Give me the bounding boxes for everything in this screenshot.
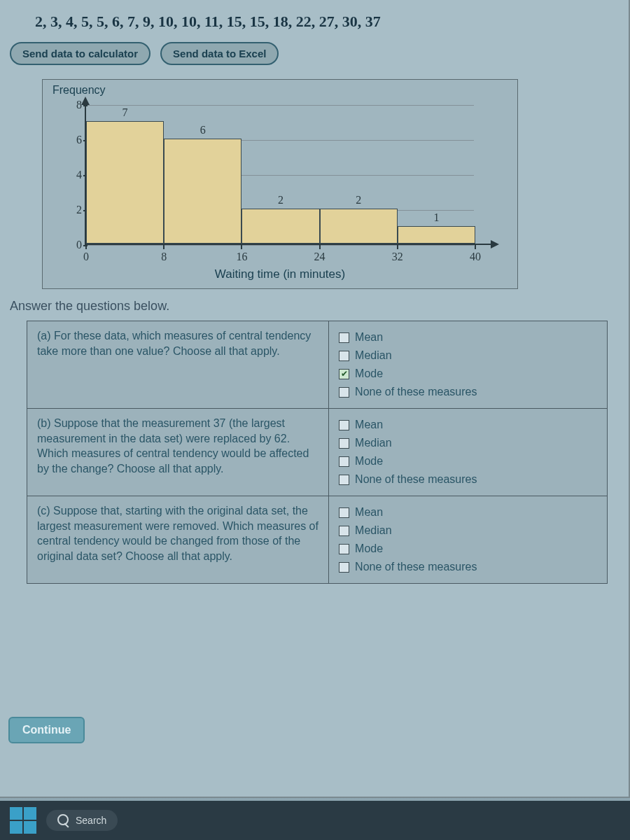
histogram-bar: 7 — [86, 121, 164, 244]
option-label: None of these measures — [355, 473, 477, 486]
option-label: Mean — [355, 331, 383, 344]
x-axis-title: Waiting time (in minutes) — [43, 267, 517, 281]
question-options: MeanMedianModeNone of these measures — [329, 321, 608, 409]
option-mean[interactable]: Mean — [339, 416, 597, 434]
option-mean[interactable]: Mean — [339, 328, 597, 346]
x-tick-label: 40 — [470, 251, 481, 263]
x-axis-arrow-icon — [491, 240, 499, 248]
option-mean[interactable]: Mean — [339, 503, 597, 522]
table-row: (c) Suppose that, starting with the orig… — [27, 496, 608, 584]
checkbox-icon[interactable] — [339, 475, 349, 485]
x-tick-label: 8 — [161, 251, 167, 263]
send-to-excel-button[interactable]: Send data to Excel — [160, 42, 279, 65]
search-placeholder: Search — [76, 815, 106, 826]
histogram-bar: 2 — [241, 209, 319, 244]
gridline — [86, 105, 474, 106]
question-table: (a) For these data, which measures of ce… — [27, 321, 608, 584]
bar-label: 7 — [87, 106, 163, 119]
option-label: None of these measures — [355, 386, 477, 398]
button-row: Send data to calculator Send data to Exc… — [0, 38, 629, 75]
option-label: Mean — [355, 506, 383, 519]
option-mode[interactable]: Mode — [339, 452, 597, 470]
option-mode[interactable]: Mode — [339, 365, 597, 383]
option-mode[interactable]: Mode — [339, 540, 597, 558]
bar-label: 2 — [321, 194, 397, 206]
histogram-bar: 2 — [320, 209, 398, 244]
histogram-bar: 6 — [164, 139, 241, 244]
option-median[interactable]: Median — [339, 346, 597, 365]
option-none[interactable]: None of these measures — [339, 470, 597, 489]
checkbox-icon[interactable] — [339, 387, 349, 398]
bar-label: 2 — [242, 194, 318, 206]
checkbox-icon[interactable] — [339, 438, 349, 449]
option-label: None of these measures — [355, 561, 477, 573]
option-none[interactable]: None of these measures — [339, 383, 597, 401]
y-axis-arrow-icon — [81, 97, 90, 105]
data-list: 2, 3, 4, 5, 5, 6, 7, 9, 10, 10, 11, 15, … — [0, 0, 629, 38]
x-tick-label: 32 — [392, 251, 403, 263]
gridline — [86, 245, 474, 246]
option-median[interactable]: Median — [339, 522, 597, 540]
start-icon[interactable] — [10, 807, 36, 834]
y-tick-label: 2 — [66, 204, 82, 216]
y-tick-label: 4 — [66, 169, 82, 181]
checkbox-icon[interactable] — [339, 351, 349, 361]
option-label: Mode — [355, 455, 383, 468]
checkbox-icon[interactable] — [339, 562, 349, 573]
taskbar-search[interactable]: Search — [46, 810, 118, 831]
x-tick-label: 0 — [83, 251, 89, 263]
option-label: Median — [355, 524, 391, 537]
checkbox-icon[interactable] — [339, 526, 349, 536]
plot-area: 02468081624324076221 — [85, 105, 491, 245]
question-prompt: (b) Suppose that the measurement 37 (the… — [27, 409, 329, 496]
checkbox-icon[interactable] — [339, 369, 349, 379]
bar-label: 1 — [398, 211, 475, 224]
option-label: Mode — [355, 368, 383, 380]
option-label: Mode — [355, 542, 383, 555]
histogram-bar: 1 — [398, 226, 475, 244]
checkbox-icon[interactable] — [339, 456, 349, 467]
option-none[interactable]: None of these measures — [339, 558, 597, 576]
checkbox-icon[interactable] — [339, 420, 349, 430]
x-tick-label: 16 — [236, 251, 247, 263]
histogram-chart: Frequency 02468081624324076221 Waiting t… — [42, 79, 518, 289]
option-label: Median — [355, 437, 391, 449]
content-area: 2, 3, 4, 5, 5, 6, 7, 9, 10, 10, 11, 15, … — [0, 0, 630, 798]
bar-label: 6 — [164, 124, 241, 136]
y-axis-title: Frequency — [52, 84, 106, 97]
answer-header: Answer the questions below. — [10, 299, 619, 314]
checkbox-icon[interactable] — [339, 507, 349, 518]
question-prompt: (a) For these data, which measures of ce… — [27, 321, 329, 409]
option-median[interactable]: Median — [339, 434, 597, 452]
taskbar: Search — [0, 801, 630, 840]
y-tick-label: 6 — [66, 134, 82, 146]
question-prompt: (c) Suppose that, starting with the orig… — [27, 496, 329, 584]
option-label: Mean — [355, 419, 383, 431]
continue-button[interactable]: Continue — [8, 717, 85, 743]
table-row: (b) Suppose that the measurement 37 (the… — [27, 409, 608, 496]
question-options: MeanMedianModeNone of these measures — [329, 496, 608, 584]
table-row: (a) For these data, which measures of ce… — [27, 321, 608, 409]
option-label: Median — [355, 349, 391, 362]
search-icon — [57, 814, 70, 827]
checkbox-icon[interactable] — [339, 544, 349, 554]
x-tick-label: 24 — [314, 251, 326, 263]
y-tick-label: 8 — [66, 99, 82, 111]
checkbox-icon[interactable] — [339, 332, 349, 343]
question-options: MeanMedianModeNone of these measures — [329, 409, 608, 496]
y-tick-label: 0 — [66, 239, 82, 251]
send-to-calculator-button[interactable]: Send data to calculator — [10, 42, 150, 65]
